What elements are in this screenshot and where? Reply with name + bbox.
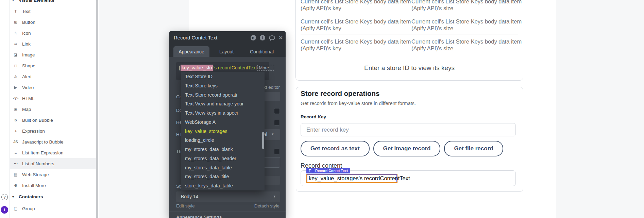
appearance-settings-header: Appearance Settings [176,215,222,218]
element-label: Icon [22,31,31,36]
checkbox[interactable] [274,108,280,114]
element-type-icon: ⊕ [12,183,19,188]
element-label: Group [22,206,35,211]
element-label: Install More [22,183,46,188]
element-label: Button [22,20,35,25]
sidebar-element-item[interactable]: + Expression [10,125,96,136]
dropdown-item[interactable]: Text View keys in a speci [181,108,265,118]
expression-text[interactable]: 's recordContentText [213,65,257,70]
sidebar-element-item[interactable]: ≡ List Item Expression [10,147,96,158]
collapse-caret-icon[interactable]: ▾ [12,195,16,199]
element-type-icon: ☆ [12,31,19,35]
element-type-icon: ⚠ [12,74,19,79]
cell-size-text[interactable]: Current cell's List Store Keys body data… [411,0,525,12]
table-row[interactable]: Current cell's List Store Keys body data… [301,0,518,18]
sidebar-element-item[interactable]: ☆ Icon [10,28,96,38]
dropdown-item[interactable]: loading_circle [181,136,265,145]
cell-size-text[interactable]: Current cell's List Store Keys body data… [411,38,525,52]
visual-elements-list: T Text ⊞ Button ☆ Icon ∞ Link [10,6,96,191]
sidebar-element-item[interactable]: ▶ Video [10,82,96,93]
dropdown-item[interactable]: WebStorage A [181,118,265,127]
selected-token[interactable]: key_value_sto [181,65,213,71]
dropdown-item[interactable]: key_value_storages [181,127,265,136]
tab-conditional[interactable]: Conditional [243,46,280,57]
get-record-button[interactable]: Get image record [373,141,441,156]
element-type-icon: ⊞ [12,20,19,24]
help-icon[interactable]: ? [1,194,8,200]
edit-style-link[interactable]: Edit style [176,203,195,208]
sidebar-element-item[interactable]: </> HTML [10,93,96,104]
element-label: List Item Expression [22,150,64,155]
sidebar-element-item[interactable]: ▦ Repeating Group [10,214,96,218]
detach-style-link[interactable]: Detach style [254,203,279,208]
comment-icon[interactable] [269,35,275,40]
autocomplete-dropdown: Text Store ID Text Store keys Text Store… [181,72,265,190]
dropdown-item[interactable]: my_stores_data_blank [181,145,265,154]
more-button[interactable]: More... [257,65,274,71]
expression-line: [ key_value_sto 's recordContentText Mor… [179,64,274,71]
element-label: Shape [22,63,35,68]
dropdown-item[interactable]: Text Store ID [181,72,265,81]
checkbox[interactable] [274,149,280,154]
dropdown-scrollbar[interactable] [262,132,264,149]
record-buttons-row: Get record as text Get image record Get … [301,141,503,156]
info-icon[interactable]: i [260,35,265,40]
style-select-value: Body 14 [181,194,198,199]
table-row[interactable]: Current cell's List Store Keys body data… [301,18,518,38]
tab-appearance[interactable]: Appearance [173,46,209,57]
property-editor-panel: Record Contet Text ▶ i × Appearance Layo… [169,31,286,218]
record-key-input[interactable] [301,123,516,136]
play-icon[interactable]: ▶ [251,35,256,40]
dropdown-item[interactable]: Text Store keys [181,81,265,90]
cell-key-text[interactable]: Current cell's List Store Keys body data… [301,0,414,12]
panel-control-fragment[interactable] [262,176,280,185]
cell-key-text[interactable]: Current cell's List Store Keys body data… [301,18,414,32]
element-label: Javascript to Bubble [22,139,64,145]
dropdown-item[interactable]: my_stores_data_header [181,154,265,163]
element-label: Link [22,41,31,47]
sidebar-element-item[interactable]: ◪ Image [10,49,96,60]
sidebar-element-item[interactable]: ⊕ Install More [10,180,96,191]
element-label: Expression [22,129,45,134]
collapse-caret-icon[interactable]: ▾ [12,0,16,2]
rich-text-editor-link[interactable]: xt editor [264,85,280,90]
panel-titlebar[interactable]: Record Contet Text ▶ i × [169,31,286,44]
sidebar-element-item[interactable]: ⋯ List of Numbers [10,158,96,169]
cell-key-text[interactable]: Current cell's List Store Keys body data… [301,38,414,52]
selected-text-element[interactable]: key_value_storages's recordContentText [306,174,397,183]
dropdown-item[interactable]: Text View and manage your [181,99,265,108]
close-icon[interactable]: × [279,35,283,40]
visual-elements-header[interactable]: ▾ Visual Elements [10,0,54,4]
get-record-button[interactable]: Get file record [444,141,503,156]
insert-dynamic-data-button[interactable] [262,92,280,101]
sidebar-element-item[interactable]: ⚠ Alert [10,71,96,82]
get-record-button[interactable]: Get record as text [301,141,370,156]
sidebar-element-item[interactable]: ▤ Web Storage [10,169,96,180]
dropdown-item[interactable]: store_keys_data_table [181,181,265,190]
sidebar-scrollbar[interactable] [96,0,98,218]
dropdown-item[interactable]: my_stores_data_title [181,172,265,181]
sidebar-element-item[interactable]: ◉ Map [10,104,96,115]
chevron-down-icon: ▾ [272,132,274,136]
element-type-icon: ▶ [12,85,19,90]
selected-element-chip-label: Record Contet Text [315,169,348,173]
dropdown-item[interactable]: my_stores_data_table [181,163,265,172]
sidebar-element-item[interactable]: b Built on Bubble [10,115,96,125]
containers-header[interactable]: ▾ Containers [10,192,43,201]
element-label: Image [22,52,35,57]
sidebar-element-item[interactable]: ⊞ Button [10,17,96,28]
table-row[interactable]: Current cell's List Store Keys body data… [301,38,518,58]
sidebar-element-item[interactable]: JS Javascript to Bubble [10,136,96,147]
style-select[interactable]: Body 14 ▾ [176,191,280,202]
dropdown-item[interactable]: Text Store record operati [181,90,265,100]
sidebar-element-item[interactable]: T Text [10,6,96,17]
sidebar-element-item[interactable]: ∞ Link [10,38,96,49]
checkbox[interactable] [274,120,280,125]
sidebar-element-item[interactable]: □ Shape [10,60,96,71]
chat-bubble-icon[interactable]: I [1,206,8,214]
sidebar-element-item[interactable]: ▢ Group [10,203,96,214]
element-type-icon: ◪ [12,52,19,57]
element-type-icon: □ [12,64,19,68]
cell-size-text[interactable]: Current cell's List Store Keys body data… [411,18,525,32]
tab-layout[interactable]: Layout [209,46,243,57]
